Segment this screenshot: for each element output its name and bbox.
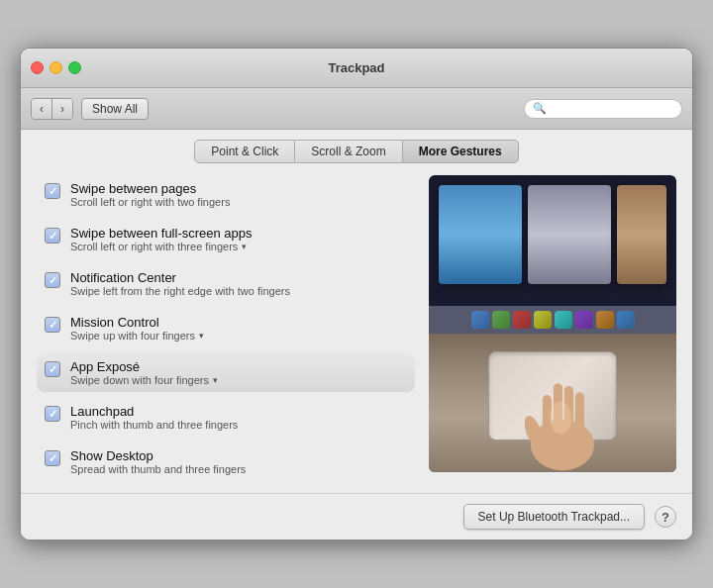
gesture-desc-notification: Swipe left from the right edge with two … (70, 285, 290, 297)
back-button[interactable]: ‹ (32, 99, 52, 119)
minimize-button[interactable] (50, 61, 62, 74)
preview-window-2 (528, 185, 611, 284)
trackpad-window: Trackpad ‹ › Show All 🔍 Point & Click Sc… (20, 48, 693, 540)
svg-rect-4 (575, 392, 584, 441)
gesture-name-swipe-pages: Swipe between pages (70, 181, 230, 196)
window-buttons (31, 61, 81, 74)
gesture-desc-swipe-fullscreen: Scroll left or right with three fingers … (70, 241, 253, 252)
dock-icon-8 (617, 311, 635, 329)
preview-window-1 (439, 185, 522, 284)
checkbox-app-expose[interactable]: ✓ (45, 361, 60, 377)
tab-more-gestures[interactable]: More Gestures (403, 140, 519, 163)
search-icon: 🔍 (533, 102, 547, 115)
window-title: Trackpad (328, 60, 384, 75)
gesture-launchpad: ✓ Launchpad Pinch with thumb and three f… (37, 398, 415, 437)
checkbox-notification[interactable]: ✓ (45, 272, 60, 288)
dock-icon-4 (534, 311, 552, 329)
dropdown-arrow-app-expose[interactable]: ▾ (213, 375, 218, 385)
close-button[interactable] (31, 61, 44, 74)
bluetooth-button[interactable]: Set Up Bluetooth Trackpad... (463, 504, 645, 530)
dock-icon-5 (555, 311, 572, 329)
checkbox-launchpad[interactable]: ✓ (45, 406, 60, 422)
dock-icon-1 (471, 311, 489, 329)
trackpad-area (429, 334, 676, 472)
gesture-notification: ✓ Notification Center Swipe left from th… (37, 264, 415, 303)
toolbar: ‹ › Show All 🔍 (21, 88, 692, 130)
dock-icon-3 (513, 311, 531, 329)
tab-point-click[interactable]: Point & Click (194, 140, 295, 163)
checkbox-swipe-pages[interactable]: ✓ (45, 183, 60, 199)
tab-bar: Point & Click Scroll & Zoom More Gesture… (21, 130, 692, 163)
show-all-button[interactable]: Show All (81, 98, 149, 120)
dock-icon-6 (575, 311, 593, 329)
maximize-button[interactable] (68, 61, 81, 74)
checkbox-show-desktop[interactable]: ✓ (45, 450, 60, 466)
gesture-show-desktop: ✓ Show Desktop Spread with thumb and thr… (37, 442, 415, 481)
dock-icon-7 (596, 311, 614, 329)
search-box: 🔍 (524, 99, 682, 119)
gesture-name-show-desktop: Show Desktop (70, 448, 246, 463)
gesture-swipe-fullscreen: ✓ Swipe between full-screen apps Scroll … (37, 220, 415, 258)
main-content: ✓ Swipe between pages Scroll left or rig… (21, 163, 692, 493)
gesture-swipe-pages: ✓ Swipe between pages Scroll left or rig… (37, 175, 415, 214)
preview-window-3 (617, 185, 666, 284)
gesture-name-launchpad: Launchpad (70, 404, 238, 419)
preview-image (429, 175, 676, 472)
screen-preview (429, 175, 676, 334)
dropdown-arrow-mission-control[interactable]: ▾ (199, 331, 204, 341)
screen-windows (439, 185, 666, 284)
help-button[interactable]: ? (655, 506, 676, 528)
search-input[interactable] (551, 102, 673, 116)
svg-point-6 (550, 402, 571, 435)
dock-icon-2 (492, 311, 510, 329)
gestures-list: ✓ Swipe between pages Scroll left or rig… (37, 175, 415, 481)
preview-panel (429, 175, 676, 481)
gesture-desc-show-desktop: Spread with thumb and three fingers (70, 463, 246, 475)
bottom-bar: Set Up Bluetooth Trackpad... ? (21, 493, 692, 539)
gesture-name-swipe-fullscreen: Swipe between full-screen apps (70, 226, 253, 241)
dock-bar (429, 306, 676, 334)
checkbox-mission-control[interactable]: ✓ (45, 317, 60, 333)
gesture-desc-mission-control: Swipe up with four fingers ▾ (70, 330, 204, 342)
gesture-app-expose: ✓ App Exposé Swipe down with four finger… (37, 353, 415, 392)
checkbox-swipe-fullscreen[interactable]: ✓ (45, 228, 60, 244)
gesture-desc-app-expose: Swipe down with four fingers ▾ (70, 374, 218, 386)
dropdown-arrow-swipe-fullscreen[interactable]: ▾ (242, 242, 247, 251)
gesture-name-notification: Notification Center (70, 270, 290, 285)
nav-buttons: ‹ › (31, 98, 73, 120)
gesture-desc-swipe-pages: Scroll left or right with two fingers (70, 196, 230, 208)
forward-button[interactable]: › (52, 99, 72, 119)
gesture-name-mission-control: Mission Control (70, 315, 204, 330)
gesture-mission-control: ✓ Mission Control Swipe up with four fin… (37, 309, 415, 347)
hand-illustration (513, 363, 612, 472)
tab-scroll-zoom[interactable]: Scroll & Zoom (295, 140, 402, 163)
gesture-name-app-expose: App Exposé (70, 359, 218, 374)
titlebar: Trackpad (21, 49, 692, 88)
gesture-desc-launchpad: Pinch with thumb and three fingers (70, 419, 238, 431)
